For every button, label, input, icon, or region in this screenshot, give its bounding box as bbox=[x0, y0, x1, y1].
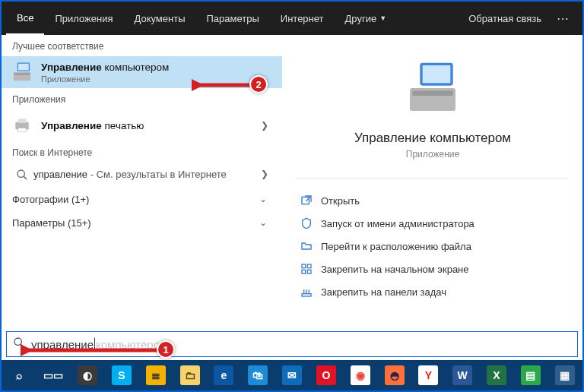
action-label: Закрепить на начальном экране bbox=[321, 264, 469, 275]
annotation-badge-1: 1 bbox=[157, 340, 175, 359]
taskbar-chrome[interactable]: ◉ bbox=[345, 360, 375, 390]
taskbar-skype[interactable]: S bbox=[106, 360, 136, 390]
svg-rect-10 bbox=[412, 90, 452, 96]
preview-title: Управление компьютером bbox=[354, 131, 511, 146]
chevron-right-icon: ❯ bbox=[256, 120, 273, 131]
tab-all[interactable]: Все bbox=[6, 2, 44, 35]
app-yellow-icon: ≣ bbox=[146, 365, 166, 385]
preview-panel: Управление компьютером Приложение Открыт… bbox=[283, 35, 582, 333]
chevron-down-icon: ⌄ bbox=[255, 194, 271, 204]
svg-rect-12 bbox=[423, 65, 451, 83]
taskbar: ⌕▭▭◐S≣🗀e🛍✉O◉◓YWX▤▦ bbox=[2, 360, 582, 390]
svg-rect-3 bbox=[18, 64, 29, 71]
open-icon bbox=[298, 194, 315, 207]
taskbar-file-explorer[interactable]: 🗀 bbox=[175, 360, 205, 390]
shield-icon bbox=[298, 217, 315, 229]
word-icon: W bbox=[452, 365, 472, 385]
app-doc-icon: ▤ bbox=[521, 365, 541, 385]
app-circle-icon: ◐ bbox=[78, 365, 97, 385]
settings-row[interactable]: Параметры (15+) ⌄ bbox=[2, 211, 282, 235]
taskbar-app-doc[interactable]: ▤ bbox=[516, 360, 545, 390]
divider bbox=[297, 178, 569, 179]
svg-point-7 bbox=[17, 170, 24, 177]
caret-down-icon: ▼ bbox=[379, 14, 386, 22]
taskbar-opera[interactable]: O bbox=[311, 360, 341, 390]
annotation-arrow-1 bbox=[21, 341, 165, 359]
taskbar-edge[interactable]: e bbox=[209, 360, 239, 390]
annotation-badge-2: 2 bbox=[249, 75, 268, 93]
tab-settings[interactable]: Параметры bbox=[195, 2, 269, 35]
taskbar-app-yellow[interactable]: ≣ bbox=[141, 360, 170, 390]
tab-internet[interactable]: Интернет bbox=[270, 2, 335, 35]
photos-label: Фотографии (1+) bbox=[12, 194, 89, 205]
taskview-icon: ▭▭ bbox=[43, 365, 63, 385]
taskbar-firefox[interactable]: ◓ bbox=[379, 360, 409, 390]
chrome-icon: ◉ bbox=[351, 365, 370, 385]
svg-line-8 bbox=[24, 176, 27, 179]
tab-apps[interactable]: Приложения bbox=[44, 2, 123, 35]
action-pin-taskbar[interactable]: Закрепить на панели задач bbox=[283, 280, 582, 303]
taskbar-mail[interactable]: ✉ bbox=[278, 360, 307, 390]
taskbar-search[interactable]: ⌕ bbox=[5, 360, 34, 390]
web-header: Поиск в Интернете bbox=[2, 141, 282, 163]
yandex-icon: Y bbox=[418, 365, 438, 385]
pin-start-icon bbox=[298, 263, 315, 275]
svg-rect-16 bbox=[302, 270, 306, 273]
search-filter-tabs: Все Приложения Документы Параметры Интер… bbox=[2, 2, 582, 35]
web-result-text: управление - См. результаты в Интернете bbox=[33, 169, 256, 182]
taskbar-yandex[interactable]: Y bbox=[414, 360, 443, 390]
preview-subtitle: Приложение bbox=[406, 149, 459, 160]
search-icon: ⌕ bbox=[9, 365, 29, 385]
folder-icon bbox=[298, 240, 315, 252]
action-label: Закрепить на панели задач bbox=[321, 286, 446, 298]
svg-rect-5 bbox=[18, 119, 27, 122]
overflow-button[interactable]: ⋯ bbox=[549, 11, 578, 26]
taskbar-store[interactable]: 🛍 bbox=[243, 360, 273, 390]
excel-icon: X bbox=[487, 365, 506, 385]
photos-row[interactable]: Фотографии (1+) ⌄ bbox=[2, 188, 282, 211]
feedback-link[interactable]: Обратная связь bbox=[461, 13, 549, 24]
action-label: Запуск от имени администратора bbox=[321, 218, 474, 229]
action-open[interactable]: Открыть bbox=[283, 189, 582, 212]
chevron-right-icon: ❯ bbox=[256, 169, 273, 182]
result-title: Управление компьютером bbox=[41, 62, 169, 73]
search-icon bbox=[11, 169, 33, 182]
result-print-management[interactable]: Управление печатью ❯ bbox=[2, 109, 282, 141]
window-frame: Все Приложения Документы Параметры Интер… bbox=[0, 0, 584, 392]
taskbar-taskview[interactable]: ▭▭ bbox=[39, 360, 68, 390]
taskbar-app-image[interactable]: ▦ bbox=[550, 360, 579, 390]
action-label: Перейти к расположению файла bbox=[321, 241, 471, 252]
file-explorer-icon: 🗀 bbox=[180, 365, 200, 385]
opera-icon: O bbox=[316, 365, 336, 385]
svg-rect-14 bbox=[302, 264, 306, 268]
firefox-icon: ◓ bbox=[385, 365, 405, 385]
taskbar-excel[interactable]: X bbox=[482, 360, 512, 390]
svg-rect-18 bbox=[302, 294, 311, 296]
svg-rect-17 bbox=[307, 270, 311, 273]
svg-rect-6 bbox=[18, 128, 27, 131]
chevron-down-icon: ⌄ bbox=[255, 217, 271, 228]
skype-icon: S bbox=[112, 365, 132, 385]
taskbar-app-circle[interactable]: ◐ bbox=[73, 360, 103, 390]
result-title: Управление печатью bbox=[41, 120, 144, 131]
svg-rect-15 bbox=[307, 264, 311, 268]
tab-more-label: Другие bbox=[345, 13, 377, 24]
app-image-icon: ▦ bbox=[555, 365, 575, 385]
action-run-as-admin[interactable]: Запуск от имени администратора bbox=[283, 212, 582, 235]
result-web-search[interactable]: управление - См. результаты в Интернете … bbox=[2, 163, 282, 188]
taskbar-word[interactable]: W bbox=[448, 360, 478, 390]
store-icon: 🛍 bbox=[248, 365, 268, 385]
action-open-file-location[interactable]: Перейти к расположению файла bbox=[283, 235, 582, 258]
pin-taskbar-icon bbox=[298, 286, 315, 298]
tab-more[interactable]: Другие ▼ bbox=[335, 2, 398, 35]
svg-rect-13 bbox=[302, 197, 309, 204]
settings-label: Параметры (15+) bbox=[12, 217, 91, 229]
action-label: Открыть bbox=[321, 195, 360, 207]
best-match-header: Лучшее соответствие bbox=[2, 35, 282, 56]
computer-management-icon bbox=[11, 61, 33, 84]
mail-icon: ✉ bbox=[282, 365, 302, 385]
result-subtitle: Приложение bbox=[41, 74, 169, 84]
action-pin-start[interactable]: Закрепить на начальном экране bbox=[283, 258, 582, 280]
printer-icon bbox=[11, 114, 33, 137]
tab-documents[interactable]: Документы bbox=[123, 2, 195, 35]
